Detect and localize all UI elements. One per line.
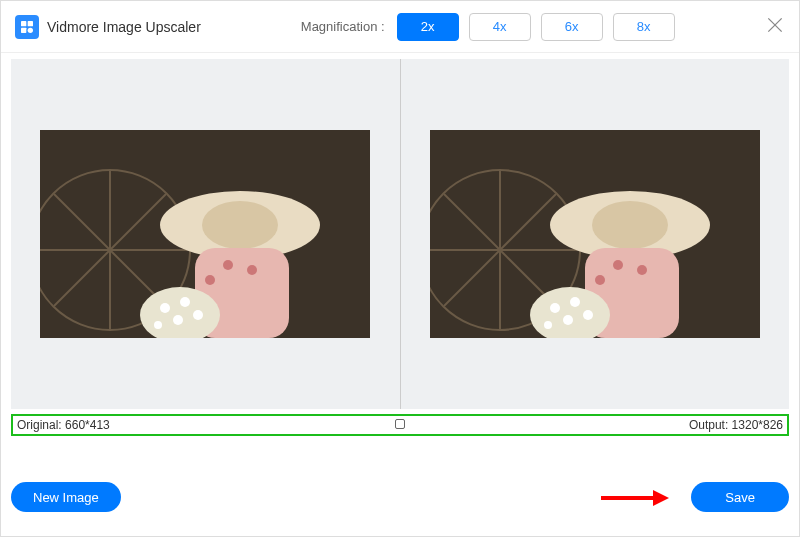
arrow-right-icon xyxy=(599,488,669,508)
svg-point-23 xyxy=(154,321,162,329)
app-title: Vidmore Image Upscaler xyxy=(47,19,201,35)
svg-point-17 xyxy=(205,275,215,285)
original-panel xyxy=(11,59,400,409)
output-panel xyxy=(400,59,790,409)
svg-rect-0 xyxy=(21,21,26,26)
svg-point-22 xyxy=(193,310,203,320)
header: Vidmore Image Upscaler Magnification : 2… xyxy=(1,1,799,53)
svg-point-35 xyxy=(595,275,605,285)
svg-rect-2 xyxy=(21,27,26,32)
svg-rect-1 xyxy=(28,21,33,26)
output-label: Output: xyxy=(689,418,728,432)
original-size-text: Original: 660*413 xyxy=(17,418,391,432)
svg-point-34 xyxy=(637,265,647,275)
svg-point-38 xyxy=(570,297,580,307)
svg-point-3 xyxy=(28,27,33,32)
app-window: Vidmore Image Upscaler Magnification : 2… xyxy=(0,0,800,537)
original-photo-icon xyxy=(40,130,370,338)
new-image-button[interactable]: New Image xyxy=(11,482,121,512)
svg-point-19 xyxy=(160,303,170,313)
svg-point-41 xyxy=(544,321,552,329)
preview-workarea xyxy=(11,59,789,409)
svg-point-13 xyxy=(202,201,278,249)
save-button[interactable]: Save xyxy=(691,482,789,512)
svg-point-31 xyxy=(592,201,668,249)
annotation-arrow xyxy=(599,488,669,512)
magnification-4x-button[interactable]: 4x xyxy=(469,13,531,41)
svg-point-40 xyxy=(583,310,593,320)
compare-handle[interactable] xyxy=(391,418,409,432)
close-button[interactable] xyxy=(765,15,785,39)
app-logo-icon xyxy=(15,15,39,39)
output-image xyxy=(430,130,760,338)
original-image xyxy=(40,130,370,338)
original-label: Original: xyxy=(17,418,62,432)
svg-point-16 xyxy=(247,265,257,275)
magnification-2x-button[interactable]: 2x xyxy=(397,13,459,41)
svg-point-15 xyxy=(223,260,233,270)
close-icon xyxy=(765,15,785,35)
magnification-6x-button[interactable]: 6x xyxy=(541,13,603,41)
svg-point-39 xyxy=(563,315,573,325)
original-size-value: 660*413 xyxy=(65,418,110,432)
svg-point-21 xyxy=(173,315,183,325)
svg-marker-43 xyxy=(653,490,669,506)
magnification-8x-button[interactable]: 8x xyxy=(613,13,675,41)
output-size-value: 1320*826 xyxy=(732,418,783,432)
output-photo-icon xyxy=(430,130,760,338)
svg-point-37 xyxy=(550,303,560,313)
footer: New Image Save xyxy=(11,474,789,520)
svg-point-20 xyxy=(180,297,190,307)
size-info-bar: Original: 660*413 Output: 1320*826 xyxy=(11,414,789,436)
compare-handle-icon xyxy=(395,419,405,429)
output-size-text: Output: 1320*826 xyxy=(409,418,783,432)
svg-point-33 xyxy=(613,260,623,270)
magnification-label: Magnification : xyxy=(301,19,385,34)
